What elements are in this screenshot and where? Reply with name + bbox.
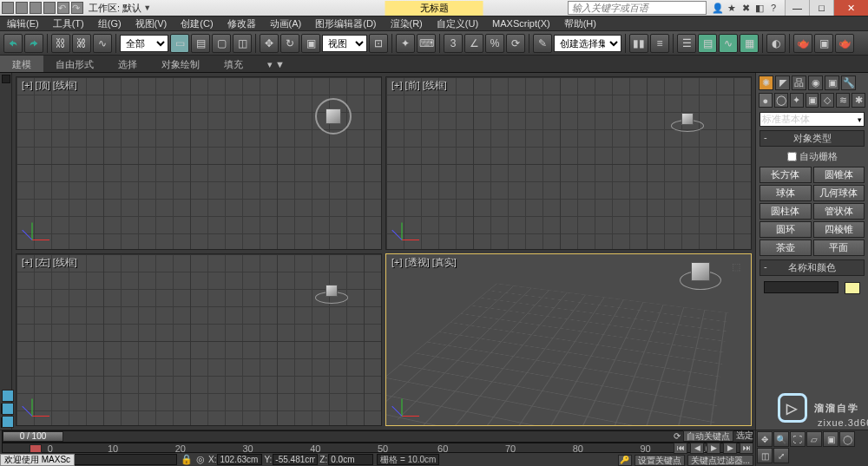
mirror-button[interactable]: ▮▮ bbox=[629, 34, 648, 53]
next-frame[interactable]: ▶ bbox=[723, 443, 737, 454]
category-dropdown[interactable]: 标准基本体 bbox=[760, 112, 865, 127]
coord-x[interactable] bbox=[217, 454, 262, 465]
setkey-icon[interactable]: 🔑 bbox=[618, 455, 632, 466]
undo-icon[interactable]: ↶ bbox=[57, 2, 69, 14]
view-gizmo[interactable] bbox=[680, 271, 721, 290]
angle-snap[interactable]: ∠ bbox=[464, 34, 483, 53]
ribbon-tab-freeform[interactable]: 自由形式 bbox=[43, 56, 106, 72]
redo-button[interactable] bbox=[24, 34, 43, 53]
align-button[interactable]: ≡ bbox=[650, 34, 669, 53]
named-selection-set[interactable]: 创建选择集 bbox=[554, 35, 621, 52]
ribbon-tab-objectpaint[interactable]: 对象绘制 bbox=[149, 56, 212, 72]
modify-tab[interactable]: ◤ bbox=[775, 75, 790, 90]
search-input[interactable]: 输入关键字或百语 bbox=[568, 1, 707, 15]
new-icon[interactable] bbox=[16, 2, 28, 14]
select-name-button[interactable]: ▤ bbox=[191, 34, 210, 53]
prim-teapot[interactable]: 茶壶 bbox=[760, 240, 812, 256]
adaptive-icon[interactable]: ⟳ bbox=[674, 431, 681, 441]
keyboard-button[interactable]: ⌨ bbox=[417, 34, 436, 53]
exchange-icon[interactable]: ✖ bbox=[740, 2, 752, 14]
maximize-button[interactable]: □ bbox=[809, 0, 833, 16]
viewport-label[interactable]: [+] [顶] [线框] bbox=[22, 79, 77, 92]
menu-tools[interactable]: 工具(T) bbox=[46, 17, 91, 30]
utilities-tab[interactable]: 🔧 bbox=[841, 75, 856, 90]
close-button[interactable]: ✕ bbox=[833, 0, 868, 16]
hierarchy-tab[interactable]: 品 bbox=[792, 75, 806, 90]
viewport-label[interactable]: [+] [前] [线框] bbox=[391, 79, 447, 92]
ref-coord-dropdown[interactable]: 视图 bbox=[322, 35, 367, 52]
app-icon[interactable] bbox=[2, 2, 14, 14]
systems-icon[interactable]: ✱ bbox=[852, 93, 865, 108]
prim-cylinder[interactable]: 圆柱体 bbox=[760, 203, 812, 220]
viewport-front[interactable]: [+] [前] [线框] bbox=[385, 76, 752, 250]
menu-group[interactable]: 组(G) bbox=[91, 17, 128, 30]
render-frame-button[interactable]: ▣ bbox=[814, 34, 833, 53]
open-icon[interactable] bbox=[30, 2, 42, 14]
prim-box[interactable]: 长方体 bbox=[760, 167, 812, 183]
rollout-object-type[interactable]: 对象类型 bbox=[760, 130, 865, 147]
track-toggle[interactable] bbox=[2, 390, 14, 428]
scene-explorer-button[interactable]: ▤ bbox=[698, 34, 717, 53]
spacewarps-icon[interactable]: ≋ bbox=[836, 93, 850, 108]
render-setup-button[interactable]: 🫖 bbox=[793, 34, 812, 53]
orbit-icon[interactable]: ◯ bbox=[839, 431, 855, 447]
selection-filter[interactable]: 全部 bbox=[120, 35, 168, 52]
viewport-left[interactable]: [+] [左] [线框] bbox=[16, 253, 382, 427]
workspace-label[interactable]: 工作区: 默认 bbox=[89, 2, 141, 15]
cameras-icon[interactable]: ▣ bbox=[806, 93, 819, 108]
dock-handle[interactable] bbox=[2, 75, 10, 83]
save-icon[interactable] bbox=[43, 2, 56, 14]
menu-graph[interactable]: 图形编辑器(D) bbox=[308, 17, 383, 30]
helpers-icon[interactable]: ◇ bbox=[820, 93, 834, 108]
window-crossing-button[interactable]: ◫ bbox=[233, 34, 252, 53]
render-button[interactable]: 🫖 bbox=[835, 34, 854, 53]
menu-render[interactable]: 渲染(R) bbox=[384, 17, 430, 30]
shapes-icon[interactable]: ◯ bbox=[774, 93, 788, 108]
fov-icon[interactable]: ▱ bbox=[806, 431, 822, 447]
autogrid-checkbox[interactable] bbox=[787, 152, 797, 161]
motion-tab[interactable]: ◉ bbox=[808, 75, 823, 90]
lights-icon[interactable]: ✦ bbox=[790, 93, 804, 108]
prim-torus[interactable]: 圆环 bbox=[760, 221, 812, 238]
viewport-label[interactable]: [+] [左] [线框] bbox=[22, 256, 77, 269]
viewport-top[interactable]: [+] [顶] [线框] bbox=[16, 76, 382, 250]
prim-tube[interactable]: 管状体 bbox=[813, 203, 865, 220]
menu-view[interactable]: 视图(V) bbox=[128, 17, 174, 30]
viewport-perspective[interactable]: [+] [透视] [真实] bbox=[385, 253, 752, 427]
minimize-button[interactable]: — bbox=[785, 0, 809, 16]
coord-y[interactable] bbox=[273, 454, 318, 465]
viewcube-icon[interactable] bbox=[732, 261, 744, 273]
unlink-button[interactable]: ⛓̸ bbox=[72, 34, 91, 53]
view-gizmo[interactable] bbox=[315, 98, 352, 135]
select-region-button[interactable]: ▢ bbox=[212, 34, 231, 53]
pan-icon[interactable]: ✥ bbox=[757, 431, 773, 447]
play[interactable]: ▶ bbox=[707, 443, 720, 454]
time-tag[interactable] bbox=[30, 444, 42, 453]
create-tab[interactable]: ✺ bbox=[759, 75, 773, 90]
menu-maxscript[interactable]: MAXScript(X) bbox=[485, 18, 557, 29]
menu-modifiers[interactable]: 修改器 bbox=[220, 17, 263, 30]
maximize-viewport-icon[interactable]: ◫ bbox=[757, 448, 773, 463]
menu-customize[interactable]: 自定义(U) bbox=[430, 17, 485, 30]
viewport-label[interactable]: [+] [透视] [真实] bbox=[391, 256, 457, 269]
rotate-button[interactable]: ↻ bbox=[280, 34, 299, 53]
ribbon-expand[interactable]: ▾ ▼ bbox=[255, 56, 297, 72]
prim-plane[interactable]: 平面 bbox=[813, 240, 865, 256]
zoom-icon[interactable]: 🔍 bbox=[773, 431, 789, 447]
undo-button[interactable] bbox=[3, 34, 23, 53]
object-name-input[interactable] bbox=[764, 281, 838, 293]
ribbon-tab-populate[interactable]: 填充 bbox=[212, 56, 255, 72]
material-editor-button[interactable]: ◐ bbox=[766, 34, 786, 53]
pivot-button[interactable]: ⊡ bbox=[369, 34, 388, 53]
coord-z[interactable] bbox=[328, 454, 373, 465]
prim-pyramid[interactable]: 四棱锥 bbox=[813, 221, 865, 238]
signin-icon[interactable]: 👤 bbox=[712, 2, 724, 14]
redo-icon[interactable]: ↷ bbox=[71, 2, 83, 14]
autokey-button[interactable]: 自动关键点 bbox=[683, 430, 733, 442]
ribbon-tab-modeling[interactable]: 建模 bbox=[0, 56, 43, 72]
scale-button[interactable]: ▣ bbox=[301, 34, 320, 53]
move-button[interactable]: ✥ bbox=[260, 34, 279, 53]
select-button[interactable]: ▭ bbox=[170, 34, 189, 53]
goto-start[interactable]: ⏮ bbox=[674, 443, 687, 454]
setkey-button[interactable]: 设置关键点 bbox=[635, 455, 685, 466]
